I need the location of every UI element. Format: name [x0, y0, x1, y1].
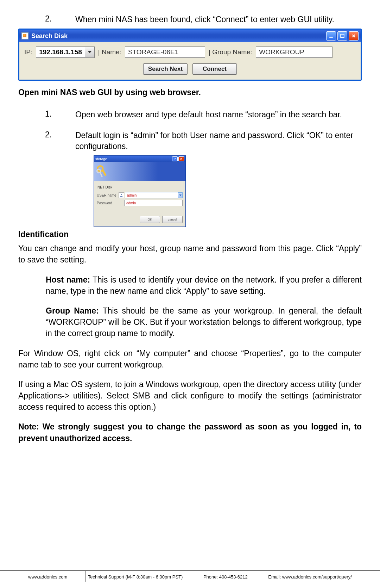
step-text: Open web browser and type default host n…	[75, 109, 342, 120]
note-para: Note: We strongly suggest you to change …	[18, 421, 362, 444]
username-input[interactable]: admin	[125, 192, 178, 198]
open-step-2: 2. Default login is “admin” for both Use…	[45, 130, 362, 152]
hostname-text: This is used to identify your device on …	[46, 275, 362, 296]
keys-icon	[96, 164, 108, 180]
connect-button[interactable]: Connect	[192, 63, 237, 75]
groupname-label: Group Name:	[46, 306, 99, 315]
ip-value: 192.168.1.158	[36, 48, 85, 56]
username-dropdown-icon[interactable]	[178, 192, 183, 198]
name-field[interactable]: STORAGE-06E1	[125, 47, 205, 58]
step-text: When mini NAS has been found, click “Con…	[75, 14, 334, 25]
user-icon	[119, 192, 124, 198]
step-number: 2.	[45, 14, 75, 24]
svg-rect-1	[341, 34, 344, 38]
instruction-step-2: 2. When mini NAS has been found, click “…	[45, 14, 362, 25]
group-label: | Group Name:	[209, 48, 252, 56]
dropdown-icon[interactable]	[85, 47, 94, 57]
ip-label: IP:	[24, 48, 32, 56]
search-disk-window: Search Disk IP: 192.168.1.158 | Name: ST…	[18, 29, 362, 81]
group-field[interactable]: WORKGROUP	[256, 47, 332, 58]
hostname-label: Host name:	[46, 275, 90, 284]
name-label: | Name:	[98, 48, 121, 56]
svg-point-6	[121, 194, 122, 195]
ok-button[interactable]: OK	[140, 216, 160, 223]
password-input[interactable]: admin	[124, 200, 183, 206]
svg-rect-3	[101, 169, 107, 176]
step-number: 2.	[45, 130, 75, 140]
footer-phone: Phone: 408-453-6212	[203, 574, 248, 580]
login-title-text: storage	[95, 157, 107, 161]
site-label: NET Disk	[97, 185, 183, 189]
open-step-1: 1. Open web browser and type default hos…	[45, 109, 362, 120]
cancel-button[interactable]: cancel	[162, 216, 183, 223]
password-label: Password	[97, 201, 119, 205]
footer-email: Email: www.addonics.com/support/query/	[268, 574, 352, 580]
maximize-button[interactable]	[337, 31, 347, 41]
windows-para: For Window OS, right click on “My comput…	[18, 348, 362, 370]
java-icon	[21, 32, 28, 39]
heading-identification: Identification	[18, 230, 362, 239]
page-footer: www.addonics.com Technical Support (M-F …	[0, 570, 380, 580]
svg-rect-5	[99, 172, 103, 177]
login-dialog: storage ? ✕ NET Disk USER name admin Pas…	[94, 155, 186, 227]
login-titlebar: storage ? ✕	[94, 156, 185, 162]
minimize-button[interactable]	[326, 31, 336, 41]
window-title: Search Disk	[31, 32, 68, 40]
username-label: USER name	[97, 193, 119, 197]
ip-dropdown[interactable]: 192.168.1.158	[36, 47, 95, 58]
footer-support: Technical Support (M-F 8:30am - 6:00pm P…	[88, 574, 183, 580]
groupname-para: Group Name: This should be the same as y…	[46, 305, 362, 339]
svg-rect-0	[329, 37, 333, 37]
close-button[interactable]	[349, 31, 359, 41]
close-button[interactable]: ✕	[178, 156, 184, 161]
search-next-button[interactable]: Search Next	[143, 63, 188, 75]
step-text: Default login is “admin” for both User n…	[75, 130, 362, 152]
help-button[interactable]: ?	[172, 156, 178, 161]
step-number: 1.	[45, 109, 75, 119]
heading-open-gui: Open mini NAS web GUI by using web brows…	[18, 88, 362, 97]
hostname-para: Host name: This is used to identify your…	[46, 274, 362, 297]
titlebar: Search Disk	[19, 30, 361, 42]
footer-url: www.addonics.com	[28, 574, 67, 580]
mac-para: If using a Mac OS system, to join a Wind…	[18, 379, 362, 413]
identification-text: You can change and modify your host, gro…	[18, 243, 362, 265]
login-banner	[94, 162, 185, 181]
